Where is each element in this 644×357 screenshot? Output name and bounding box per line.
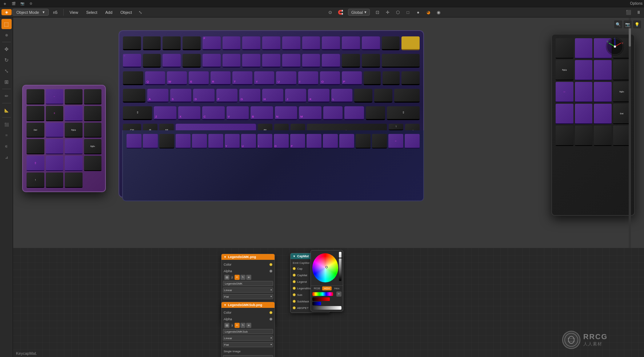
gizmo-icon[interactable]: ✛ xyxy=(384,8,392,16)
cp-h-bar[interactable] xyxy=(312,292,336,296)
vp-light-icon[interactable]: 💡 xyxy=(633,20,641,28)
color-wheel[interactable] xyxy=(312,253,338,282)
node-interp-select[interactable]: Linear ▾ xyxy=(223,287,273,293)
capmat-sub-socket[interactable] xyxy=(293,293,296,296)
view-menu[interactable]: View xyxy=(66,9,82,15)
blender-logo[interactable]: ◈ xyxy=(1,0,8,7)
key-l: L xyxy=(331,89,352,103)
img-icon-1[interactable]: 🖼 xyxy=(224,275,229,280)
scale-tool-button[interactable]: ⤡ xyxy=(1,66,12,76)
vp-camera-icon[interactable]: 📷 xyxy=(624,20,632,28)
select-tool-button[interactable]: ⬚ xyxy=(1,19,12,29)
capmat-abspet-socket[interactable] xyxy=(293,306,296,309)
color-wheel-dot[interactable] xyxy=(325,266,328,268)
color-strip[interactable] xyxy=(339,252,341,281)
object-menu[interactable]: Object xyxy=(117,9,136,15)
capmat-collapse-icon[interactable]: ▼ xyxy=(293,255,296,258)
blender-logo-menu[interactable]: ◈ xyxy=(1,9,12,15)
key-rbracket xyxy=(383,71,400,85)
capmat-submask-socket[interactable] xyxy=(293,300,296,303)
add-menu[interactable]: Add xyxy=(101,9,116,15)
key-comma xyxy=(323,106,343,120)
global-dropdown[interactable]: Global ▾ xyxy=(348,9,370,16)
alpha-output-socket[interactable] xyxy=(269,270,272,273)
rotate-tool-button[interactable]: ↻ xyxy=(1,55,12,65)
cp-edit-h[interactable]: ✏ xyxy=(336,291,341,297)
node-sub-color-row: Color xyxy=(221,309,275,316)
sub-alpha-output-socket[interactable] xyxy=(269,318,272,321)
transform-tool-button[interactable]: ⊞ xyxy=(1,77,12,87)
node-proj-select[interactable]: Flat ▾ xyxy=(223,294,273,299)
pause-icon[interactable]: ⏸ xyxy=(635,8,643,16)
shading-material[interactable]: ◕ xyxy=(424,8,432,16)
options-label[interactable]: Options xyxy=(630,1,643,5)
scene-icon[interactable]: 🎬 xyxy=(10,0,17,7)
shading-solid[interactable]: ● xyxy=(414,8,422,16)
lk-4 xyxy=(84,89,102,104)
capmat-legendmask-socket[interactable] xyxy=(293,287,296,290)
color-picker-node[interactable]: RGB HSV Hex ✏ xyxy=(311,250,343,312)
viewport[interactable]: F ~ xyxy=(13,17,644,357)
node-collapse-icon[interactable]: ▼ xyxy=(224,255,227,259)
key-f8 xyxy=(282,36,300,50)
n5-button[interactable]: n5 xyxy=(49,9,61,15)
cp-a-bar[interactable] xyxy=(312,306,341,310)
node-sub-collapse-icon[interactable]: ▼ xyxy=(224,304,227,307)
node-editor-status: KeycapMat. xyxy=(16,351,37,356)
cp-tab-rgb[interactable]: RGB xyxy=(312,286,321,290)
img-icon-edit[interactable]: ✏ xyxy=(235,275,240,280)
sub-img-icon-reload[interactable]: ↻ xyxy=(240,323,245,328)
move-tool-button[interactable]: ✥ xyxy=(1,44,12,54)
menu-bar-center: ⊙ 🧲 Global ▾ ⊡ ✛ ⬡ □ ● ◕ ◉ xyxy=(145,8,624,16)
sub-img-icon-user[interactable]: 👁 xyxy=(246,323,251,328)
capmat-cap-socket[interactable] xyxy=(293,267,296,270)
sub-img-icon-1[interactable]: 🖼 xyxy=(224,323,229,328)
select-menu[interactable]: Select xyxy=(83,9,101,15)
rk-pgdn: PgDn xyxy=(613,82,631,102)
add-mesh-button[interactable]: ⬛ xyxy=(1,119,12,130)
node-proj-row: Flat ▾ xyxy=(221,293,275,300)
color-output-socket[interactable] xyxy=(269,263,272,266)
shading-render[interactable]: ◉ xyxy=(435,8,443,16)
img-icon-user[interactable]: 👁 xyxy=(246,275,251,280)
overlay-icon[interactable]: ⊡ xyxy=(373,8,381,16)
key-f3 xyxy=(183,36,201,50)
node-sub-filename-field[interactable]: LegendsGMKSub xyxy=(223,329,273,334)
transform-icon[interactable]: ⤡ xyxy=(136,8,144,16)
extra-button[interactable]: ⊿ xyxy=(1,152,12,162)
node-legends-gmk-sub[interactable]: ▼ LegendsGMKSub.png Color Alpha 🖼 xyxy=(221,302,275,357)
node-filename-field[interactable]: LegendsGMK xyxy=(223,281,273,286)
snap-icon[interactable]: 🧲 xyxy=(336,8,344,16)
node-sub-colorspace-select[interactable]: sRGB ▾ xyxy=(223,355,273,357)
annotate-tool-button[interactable]: ✏ xyxy=(1,91,12,101)
cursor-tool-button[interactable]: ⊕ xyxy=(1,30,12,40)
knife-tool-button[interactable]: ⚟ xyxy=(1,141,12,151)
node-editor[interactable]: ▼ LegendsGMK.png Color Alpha xyxy=(13,248,644,357)
cp-s-bar[interactable] xyxy=(312,297,341,301)
color-strip-handle[interactable] xyxy=(338,258,343,258)
capmat-legend-socket[interactable] xyxy=(293,280,296,283)
hide-overlays[interactable]: ⬛ xyxy=(624,8,632,16)
xray-icon[interactable]: ⬡ xyxy=(394,8,402,16)
node-sub-flat-select[interactable]: Flat ▾ xyxy=(223,342,273,347)
axis-indicator[interactable]: X Y Z xyxy=(606,37,624,56)
sub-color-output-socket[interactable] xyxy=(269,311,272,314)
node-sub-interp-select[interactable]: Linear ▾ xyxy=(223,336,273,341)
object-mode-dropdown[interactable]: Object Mode ▾ xyxy=(12,9,49,16)
measure-tool-button[interactable]: 📐 xyxy=(1,105,12,115)
node-header-legends-gmk-sub: ▼ LegendsGMKSub.png xyxy=(221,302,275,308)
select-lasso-button[interactable]: ⌗ xyxy=(1,130,12,140)
sub-img-icon-edit[interactable]: ✏ xyxy=(235,323,240,328)
shading-wire[interactable]: □ xyxy=(404,8,412,16)
proportional-icon[interactable]: ⊙ xyxy=(326,8,334,16)
key-p: P xyxy=(342,71,362,85)
node-sub-colorspace-row: sRGB ▾ xyxy=(221,354,275,357)
settings-icon[interactable]: ⚙ xyxy=(28,0,34,7)
cp-tab-hex[interactable]: Hex xyxy=(332,286,341,290)
capmat-capmat-socket[interactable] xyxy=(293,274,296,277)
img-icon-reload[interactable]: ↻ xyxy=(240,275,245,280)
camera-icon[interactable]: 📷 xyxy=(19,0,25,7)
vp-zoom-icon[interactable]: 🔍 xyxy=(614,20,622,28)
cp-v-bar[interactable] xyxy=(312,302,341,305)
cp-tab-hsv[interactable]: HSV xyxy=(322,286,331,290)
